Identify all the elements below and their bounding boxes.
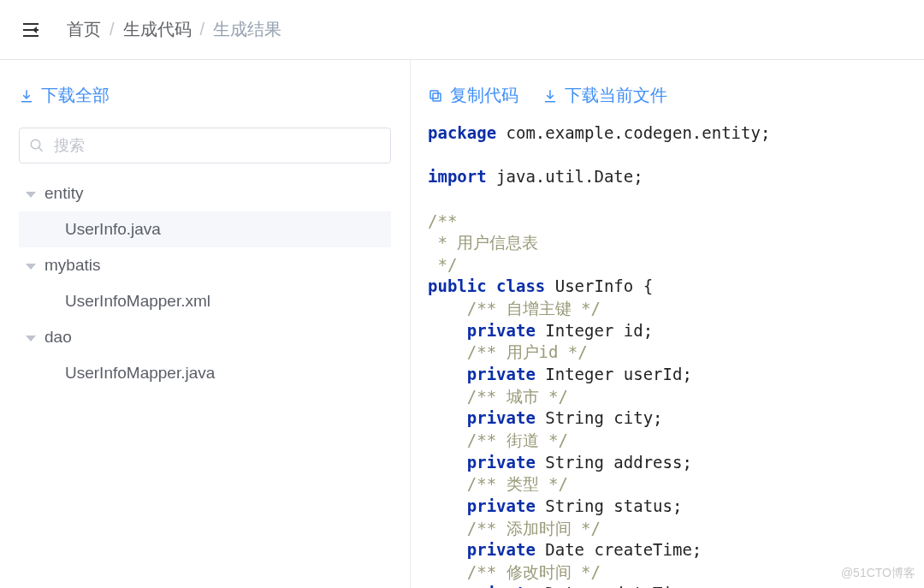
file-tree: entityUserInfo.javamybatisUserInfoMapper… (19, 175, 391, 391)
tree-folder-entity[interactable]: entity (19, 175, 391, 211)
tree-file[interactable]: UserInfoMapper.xml (19, 283, 391, 319)
code-viewer: package com.example.codegen.entity; impo… (428, 122, 909, 588)
menu-collapse-icon[interactable] (21, 20, 41, 40)
svg-rect-5 (433, 93, 441, 101)
breadcrumb-separator: / (110, 20, 115, 39)
svg-point-3 (31, 140, 40, 149)
download-current-button[interactable]: 下载当前文件 (542, 84, 667, 107)
tree-file[interactable]: UserInfoMapper.java (19, 355, 391, 391)
copy-icon (428, 88, 443, 104)
tree-folder-label: entity (44, 184, 83, 203)
svg-rect-6 (430, 91, 438, 98)
download-icon (19, 88, 34, 104)
copy-code-button[interactable]: 复制代码 (428, 84, 518, 107)
tree-folder-label: mybatis (44, 256, 100, 275)
tree-folder-label: dao (44, 328, 72, 347)
search-icon (29, 138, 44, 153)
svg-line-4 (38, 147, 43, 151)
code-panel: 复制代码 下载当前文件 package com.example.codegen.… (411, 60, 924, 588)
watermark: @51CTO博客 (841, 566, 915, 581)
breadcrumb-item-home[interactable]: 首页 (67, 18, 101, 41)
breadcrumb-item-result: 生成结果 (213, 18, 281, 41)
search-wrap (19, 128, 391, 163)
topbar: 首页 / 生成代码 / 生成结果 (0, 0, 924, 60)
download-all-button[interactable]: 下载全部 (19, 84, 110, 107)
breadcrumb-separator: / (200, 20, 205, 39)
tree-folder-dao[interactable]: dao (19, 319, 391, 355)
tree-file[interactable]: UserInfo.java (19, 211, 391, 247)
copy-code-label: 复制代码 (450, 84, 518, 107)
breadcrumb-item-generate[interactable]: 生成代码 (123, 18, 192, 41)
chevron-down-icon (26, 192, 36, 198)
search-input[interactable] (19, 128, 391, 163)
download-all-label: 下载全部 (41, 84, 110, 107)
chevron-down-icon (26, 336, 36, 342)
chevron-down-icon (26, 264, 36, 270)
file-tree-panel: 下载全部 entityUserInfo.javamybatisUserInfoM… (0, 60, 411, 588)
breadcrumb: 首页 / 生成代码 / 生成结果 (67, 18, 281, 41)
tree-folder-mybatis[interactable]: mybatis (19, 247, 391, 283)
download-current-label: 下载当前文件 (565, 84, 667, 107)
download-icon (542, 88, 558, 104)
